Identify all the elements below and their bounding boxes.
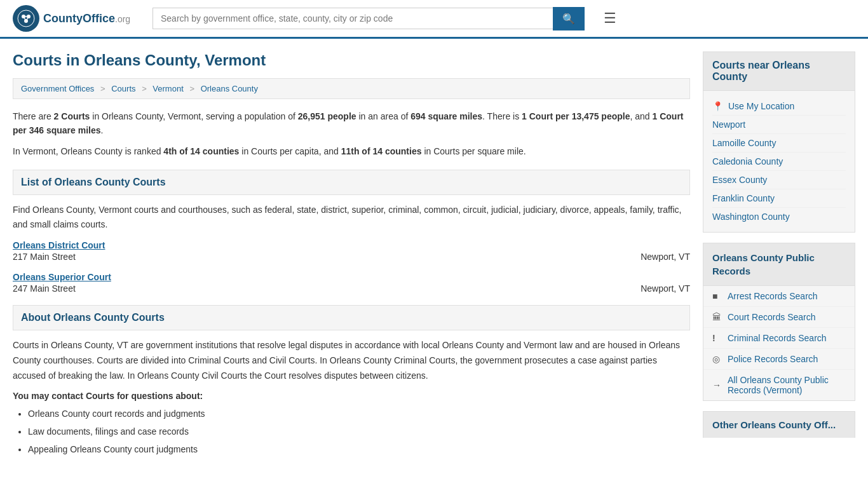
- sidebar-link-essex: Essex County: [712, 171, 846, 189]
- search-button[interactable]: 🔍: [553, 7, 585, 30]
- bullet-item-1: Orleans County court records and judgmen…: [28, 405, 690, 423]
- newport-link[interactable]: Newport: [712, 119, 745, 130]
- all-records-icon: →: [712, 380, 722, 390]
- arrest-records-link[interactable]: Arrest Records Search: [728, 291, 818, 301]
- menu-button[interactable]: ☰: [604, 10, 616, 27]
- court-row-district: 217 Main Street Newport, VT: [13, 252, 690, 262]
- pr-all-item: → All Orleans County Public Records (Ver…: [703, 370, 855, 400]
- lamoille-link[interactable]: Lamoille County: [712, 138, 776, 148]
- logo-area: CountyOffice.org: [13, 5, 140, 32]
- court-list-description: Find Orleans County, Vermont courts and …: [13, 203, 690, 231]
- criminal-icon: !: [712, 333, 722, 343]
- court-records-link[interactable]: Court Records Search: [728, 312, 816, 322]
- use-my-location-link[interactable]: Use My Location: [728, 101, 794, 111]
- pr-police-item: ◎ Police Records Search: [703, 349, 855, 370]
- all-public-records-link[interactable]: All Orleans County Public Records (Vermo…: [728, 375, 846, 395]
- breadcrumb-link-courts[interactable]: Courts: [111, 84, 135, 93]
- summary-bold-courts: 2 Courts: [54, 111, 90, 121]
- sidebar-link-lamoille: Lamoille County: [712, 134, 846, 152]
- courts-near-header: Courts near Orleans County: [703, 52, 855, 91]
- summary-bold-people: 26,951 people: [298, 111, 356, 121]
- summary-bold-rank1: 4th of 14 counties: [163, 146, 239, 156]
- criminal-records-link[interactable]: Criminal Records Search: [728, 333, 827, 343]
- summary-bold-per-people: 1 Court per 13,475 people: [522, 111, 630, 121]
- contact-header: You may contact Courts for questions abo…: [13, 391, 690, 401]
- court-link-superior[interactable]: Orleans Superior Court: [13, 272, 111, 282]
- main-container: Courts in Orleans County, Vermont Govern…: [0, 39, 868, 458]
- public-records-section: Orleans County Public Records ■ Arrest R…: [703, 243, 855, 401]
- pr-court-item: 🏛 Court Records Search: [703, 307, 855, 328]
- logo-text: CountyOffice.org: [43, 12, 130, 25]
- sidebar: Courts near Orleans County 📍 Use My Loca…: [703, 51, 855, 458]
- sidebar-link-newport: Newport: [712, 116, 846, 134]
- search-input[interactable]: [153, 8, 553, 29]
- summary-bold-rank2: 11th of 14 counties: [341, 146, 422, 156]
- logo-icon: [13, 5, 39, 32]
- about-section-header: About Orleans County Courts: [13, 305, 690, 330]
- summary-bold-area: 694 square miles: [410, 111, 482, 121]
- bullet-item-3: Appealing Orleans County court judgments: [28, 440, 690, 458]
- court-row-superior: 247 Main Street Newport, VT: [13, 283, 690, 294]
- court-link-district[interactable]: Orleans District Court: [13, 240, 105, 250]
- essex-link[interactable]: Essex County: [712, 175, 767, 185]
- breadcrumb-sep-1: >: [100, 84, 105, 93]
- sidebar-link-washington: Washington County: [712, 208, 846, 226]
- police-records-link[interactable]: Police Records Search: [728, 354, 818, 364]
- bullet-item-2: Law documents, filings and case records: [28, 423, 690, 440]
- about-text: Courts in Orleans County, VT are governm…: [13, 338, 690, 383]
- breadcrumb-link-vermont[interactable]: Vermont: [153, 84, 183, 93]
- breadcrumb-sep-2: >: [142, 84, 147, 93]
- summary-paragraph-2: In Vermont, Orleans County is ranked 4th…: [13, 144, 690, 158]
- courts-near-section: Courts near Orleans County 📍 Use My Loca…: [703, 51, 855, 233]
- use-my-location-item: 📍 Use My Location: [712, 97, 846, 116]
- breadcrumb-link-orleans[interactable]: Orleans County: [201, 84, 258, 93]
- washington-link[interactable]: Washington County: [712, 212, 790, 222]
- page-title: Courts in Orleans County, Vermont: [13, 51, 690, 69]
- court-item-district: Orleans District Court 217 Main Street N…: [13, 240, 690, 262]
- arrest-icon: ■: [712, 291, 722, 301]
- summary-paragraph-1: There are 2 Courts in Orleans County, Ve…: [13, 109, 690, 138]
- caledonia-link[interactable]: Caledonia County: [712, 156, 783, 166]
- other-section-header: Other Orleans County Off...: [703, 411, 855, 438]
- location-icon: 📍: [712, 101, 723, 111]
- court-records-icon: 🏛: [712, 312, 722, 322]
- court-address-district: 217 Main Street: [13, 252, 76, 262]
- court-address-superior: 247 Main Street: [13, 283, 76, 294]
- courts-near-links: 📍 Use My Location Newport Lamoille Count…: [703, 91, 855, 232]
- court-item-superior: Orleans Superior Court 247 Main Street N…: [13, 272, 690, 294]
- court-city-district: Newport, VT: [641, 252, 690, 262]
- sidebar-link-caledonia: Caledonia County: [712, 152, 846, 171]
- bullet-list: Orleans County court records and judgmen…: [28, 405, 690, 458]
- pr-criminal-item: ! Criminal Records Search: [703, 328, 855, 349]
- sidebar-link-franklin: Franklin County: [712, 189, 846, 208]
- content-area: Courts in Orleans County, Vermont Govern…: [13, 51, 690, 458]
- svg-point-0: [18, 10, 34, 27]
- breadcrumb-link-gov[interactable]: Government Offices: [21, 84, 94, 93]
- search-area: 🔍: [153, 7, 585, 30]
- pr-arrest-item: ■ Arrest Records Search: [703, 286, 855, 307]
- public-records-header: Orleans County Public Records: [703, 243, 855, 286]
- site-header: CountyOffice.org 🔍 ☰: [0, 0, 868, 39]
- franklin-link[interactable]: Franklin County: [712, 193, 775, 203]
- breadcrumb-sep-3: >: [189, 84, 194, 93]
- court-city-superior: Newport, VT: [641, 283, 690, 294]
- list-section-header: List of Orleans County Courts: [13, 170, 690, 195]
- breadcrumb: Government Offices > Courts > Vermont > …: [13, 78, 690, 99]
- police-icon: ◎: [712, 354, 722, 364]
